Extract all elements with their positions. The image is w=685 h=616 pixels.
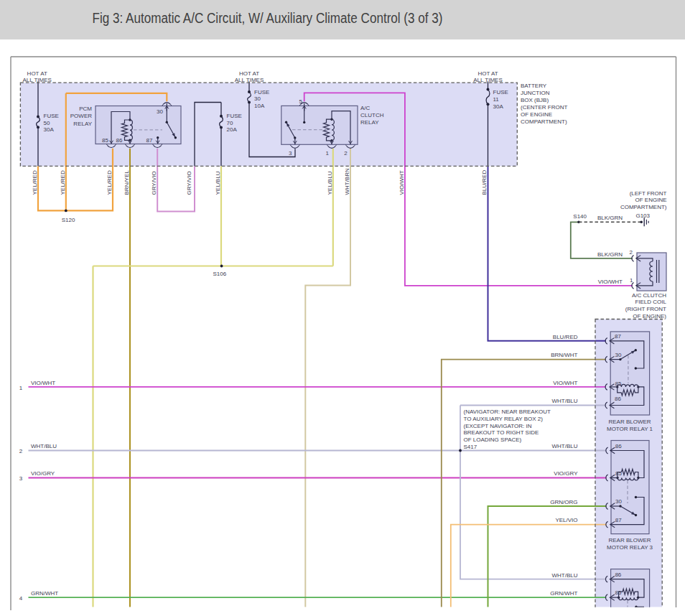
svg-text:BATTERY: BATTERY bbox=[521, 83, 547, 89]
svg-text:20A: 20A bbox=[227, 126, 238, 133]
svg-text:30A: 30A bbox=[493, 103, 504, 110]
svg-text:OF ENGINE: OF ENGINE bbox=[521, 111, 552, 118]
svg-text:85: 85 bbox=[615, 470, 622, 477]
svg-text:3: 3 bbox=[289, 150, 292, 157]
svg-text:BLK/GRN: BLK/GRN bbox=[597, 251, 623, 258]
svg-text:S106: S106 bbox=[213, 271, 227, 277]
svg-text:BRN/YEL: BRN/YEL bbox=[124, 170, 130, 195]
svg-text:3: 3 bbox=[19, 475, 23, 482]
svg-text:30: 30 bbox=[157, 108, 163, 115]
svg-text:FUSE: FUSE bbox=[44, 113, 59, 119]
svg-text:YEL/BLU: YEL/BLU bbox=[327, 171, 333, 195]
svg-text:ALL TIMES: ALL TIMES bbox=[473, 77, 502, 83]
svg-text:REAR BLOWER: REAR BLOWER bbox=[608, 537, 651, 543]
svg-text:VIO/GRY: VIO/GRY bbox=[31, 470, 55, 477]
svg-text:30A: 30A bbox=[44, 126, 55, 133]
svg-text:VIO/WHT: VIO/WHT bbox=[399, 170, 405, 195]
svg-text:GRN/ORG: GRN/ORG bbox=[550, 499, 577, 505]
svg-text:VIO/WHT: VIO/WHT bbox=[553, 380, 577, 386]
svg-text:GRY/VIO: GRY/VIO bbox=[151, 171, 157, 195]
svg-text:OF ENGINE: OF ENGINE bbox=[635, 197, 666, 203]
svg-text:CLUTCH: CLUTCH bbox=[360, 112, 384, 118]
svg-text:1: 1 bbox=[326, 150, 330, 157]
svg-text:2: 2 bbox=[19, 448, 23, 454]
svg-text:30: 30 bbox=[254, 95, 261, 102]
svg-text:S417: S417 bbox=[464, 444, 477, 450]
svg-text:85: 85 bbox=[615, 381, 622, 387]
svg-text:COMPARTMENT): COMPARTMENT) bbox=[521, 118, 567, 125]
svg-text:YEL/RED: YEL/RED bbox=[106, 170, 113, 195]
svg-text:YEL/BLU: YEL/BLU bbox=[215, 171, 221, 195]
svg-text:COMPARTMENT): COMPARTMENT) bbox=[620, 204, 667, 210]
svg-text:YEL/RED: YEL/RED bbox=[32, 170, 38, 195]
svg-text:BLU/RED: BLU/RED bbox=[553, 334, 578, 340]
svg-text:85: 85 bbox=[615, 589, 622, 596]
svg-text:(NAVIGATOR: NEAR BREAKOUT: (NAVIGATOR: NEAR BREAKOUT bbox=[464, 409, 551, 415]
svg-text:(CENTER FRONT: (CENTER FRONT bbox=[521, 104, 567, 111]
svg-text:11: 11 bbox=[493, 96, 500, 103]
svg-text:BRN/WHT: BRN/WHT bbox=[551, 352, 577, 358]
svg-text:G103: G103 bbox=[635, 213, 650, 219]
svg-text:POWER: POWER bbox=[70, 113, 92, 119]
svg-text:1: 1 bbox=[19, 385, 23, 391]
svg-text:50: 50 bbox=[44, 120, 50, 126]
svg-text:A/C CLUTCH: A/C CLUTCH bbox=[632, 292, 666, 299]
svg-text:(RIGHT FRONT: (RIGHT FRONT bbox=[625, 306, 666, 312]
svg-text:PCM: PCM bbox=[79, 106, 92, 112]
svg-text:87: 87 bbox=[146, 137, 153, 144]
svg-text:RELAY: RELAY bbox=[73, 121, 92, 127]
svg-text:2: 2 bbox=[344, 150, 348, 157]
svg-text:86: 86 bbox=[615, 571, 621, 578]
svg-text:VIO/WHT: VIO/WHT bbox=[598, 279, 623, 285]
svg-text:86: 86 bbox=[615, 443, 622, 449]
svg-text:(EXCEPT NAVIGATOR: IN: (EXCEPT NAVIGATOR: IN bbox=[464, 423, 532, 429]
svg-text:WHT/BLU: WHT/BLU bbox=[552, 398, 578, 404]
svg-text:GRN/WHT: GRN/WHT bbox=[550, 590, 577, 597]
svg-text:WHT/BRN: WHT/BRN bbox=[344, 168, 350, 195]
svg-text:85: 85 bbox=[102, 137, 108, 144]
svg-text:87: 87 bbox=[615, 333, 621, 340]
svg-text:A/C: A/C bbox=[360, 105, 371, 111]
svg-text:VIO/GRY: VIO/GRY bbox=[554, 470, 578, 477]
svg-text:WHT/BLU: WHT/BLU bbox=[31, 443, 57, 449]
svg-text:MOTOR RELAY 1: MOTOR RELAY 1 bbox=[607, 426, 653, 432]
svg-text:WHT/BLU: WHT/BLU bbox=[552, 572, 578, 579]
svg-text:HOT AT: HOT AT bbox=[239, 70, 259, 77]
svg-text:WHT/BLU: WHT/BLU bbox=[552, 443, 578, 449]
svg-text:BLK/GRN: BLK/GRN bbox=[597, 215, 623, 221]
svg-text:86: 86 bbox=[615, 396, 621, 402]
svg-text:2: 2 bbox=[630, 249, 633, 256]
svg-text:ALL TIMES: ALL TIMES bbox=[22, 77, 51, 83]
svg-text:GRY/VIO: GRY/VIO bbox=[186, 171, 192, 195]
svg-text:BREAKOUT TO RIGHT SIDE: BREAKOUT TO RIGHT SIDE bbox=[464, 429, 539, 436]
svg-text:1: 1 bbox=[630, 277, 633, 284]
svg-text:86: 86 bbox=[116, 137, 123, 144]
svg-text:REAR BLOWER: REAR BLOWER bbox=[608, 419, 651, 425]
svg-text:MOTOR RELAY 3: MOTOR RELAY 3 bbox=[607, 544, 653, 551]
svg-text:FIELD COIL: FIELD COIL bbox=[635, 299, 666, 305]
svg-text:Fig 3: Automatic A/C Circuit,: Fig 3: Automatic A/C Circuit, W/ Auxilia… bbox=[93, 10, 443, 26]
svg-text:30: 30 bbox=[615, 498, 622, 505]
svg-text:70: 70 bbox=[227, 120, 233, 126]
svg-text:FUSE: FUSE bbox=[493, 89, 508, 95]
svg-text:VIO/WHT: VIO/WHT bbox=[31, 380, 55, 386]
svg-text:RELAY: RELAY bbox=[360, 119, 379, 126]
svg-text:YEL/RED: YEL/RED bbox=[60, 170, 66, 195]
svg-text:FUSE: FUSE bbox=[254, 89, 269, 95]
svg-text:S140: S140 bbox=[573, 213, 587, 220]
svg-text:ALL TIMES: ALL TIMES bbox=[235, 77, 264, 83]
svg-text:30: 30 bbox=[615, 352, 622, 358]
svg-text:87: 87 bbox=[615, 517, 622, 523]
svg-text:OF ENGINE): OF ENGINE) bbox=[633, 313, 666, 319]
svg-text:OF LOADING SPACE): OF LOADING SPACE) bbox=[464, 437, 522, 443]
svg-text:GRN/WHT: GRN/WHT bbox=[31, 590, 58, 597]
svg-text:BLU/RED: BLU/RED bbox=[481, 170, 488, 195]
svg-text:JUNCTION: JUNCTION bbox=[521, 90, 550, 96]
svg-text:HOT AT: HOT AT bbox=[27, 70, 47, 77]
svg-text:TO AUXILIARY RELAY BOX 2): TO AUXILIARY RELAY BOX 2) bbox=[464, 416, 544, 422]
svg-text:10A: 10A bbox=[254, 103, 265, 109]
svg-text:4: 4 bbox=[19, 595, 23, 602]
svg-text:YEL/VIO: YEL/VIO bbox=[555, 517, 577, 523]
svg-text:FUSE: FUSE bbox=[227, 113, 242, 119]
svg-text:BOX (BJB): BOX (BJB) bbox=[521, 97, 549, 103]
